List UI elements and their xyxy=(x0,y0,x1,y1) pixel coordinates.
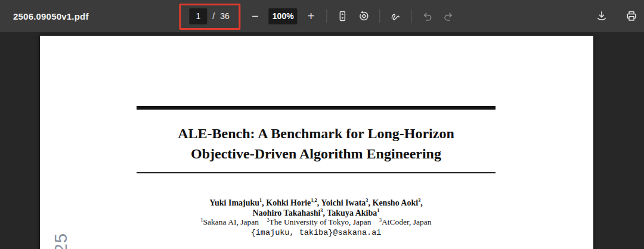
page-number-input[interactable] xyxy=(189,8,207,24)
author-line1: Yuki Imajuku1, Kohki Horie1,2, Yoichi Iw… xyxy=(137,198,496,208)
history-group xyxy=(420,8,457,24)
fit-to-page-button[interactable] xyxy=(335,8,351,24)
pdf-page: ALE-Bench: A Benchmark for Long-Horizon … xyxy=(40,36,593,249)
zoom-out-button[interactable]: − xyxy=(247,8,263,24)
zoom-group: − 100% + xyxy=(247,8,319,24)
print-icon xyxy=(626,10,637,22)
download-button[interactable] xyxy=(594,8,609,24)
author-line2: Naohiro Takahashi3, Takuya Akiba1 xyxy=(137,208,496,218)
fit-to-page-icon xyxy=(337,10,349,22)
affiliations: 1Sakana AI, Japan 2The University of Tok… xyxy=(137,217,496,227)
download-icon xyxy=(596,10,608,22)
toolbar-right-actions xyxy=(594,0,639,32)
draw-ink-icon xyxy=(390,10,402,22)
toolbar-divider xyxy=(411,10,412,23)
rotate-icon xyxy=(358,10,370,22)
annotation-highlight-box xyxy=(179,4,240,30)
paper-title-line2: Objective-Driven Algorithm Engineering xyxy=(137,144,496,164)
toolbar-divider xyxy=(239,10,240,23)
page-number-group: / 36 xyxy=(187,8,231,24)
undo-button[interactable] xyxy=(420,8,435,24)
toolbar-controls: / 36 − 100% + xyxy=(187,0,456,32)
paper-title-line1: ALE-Bench: A Benchmark for Long-Horizon xyxy=(137,123,496,144)
view-group xyxy=(335,8,372,24)
rotate-button[interactable] xyxy=(357,8,372,24)
zoom-in-button[interactable]: + xyxy=(304,8,319,24)
contact-email: {imajuku, takiba}@sakana.ai xyxy=(137,228,496,237)
title-rule-top xyxy=(137,106,496,110)
pdf-viewport[interactable]: ALE-Bench: A Benchmark for Long-Horizon … xyxy=(0,32,644,249)
redo-icon xyxy=(443,10,455,22)
page-separator: / xyxy=(212,11,215,21)
paper-title: ALE-Bench: A Benchmark for Long-Horizon … xyxy=(137,123,496,164)
toolbar-divider xyxy=(327,10,327,23)
page-total-label: 36 xyxy=(220,11,230,21)
pdf-toolbar: 2506.09050v1.pdf / 36 − 100% + xyxy=(0,0,644,32)
author-list: Yuki Imajuku1, Kohki Horie1,2, Yoichi Iw… xyxy=(137,198,496,218)
print-button[interactable] xyxy=(624,8,639,24)
filename-label: 2506.09050v1.pdf xyxy=(13,0,89,32)
toolbar-divider xyxy=(380,10,380,23)
zoom-level-readout: 100% xyxy=(269,8,298,24)
redo-button[interactable] xyxy=(441,8,457,24)
undo-icon xyxy=(422,10,434,22)
draw-button[interactable] xyxy=(388,8,404,24)
title-rule-bottom xyxy=(137,172,496,173)
arxiv-sidebar-stamp: 25 xyxy=(48,230,74,249)
